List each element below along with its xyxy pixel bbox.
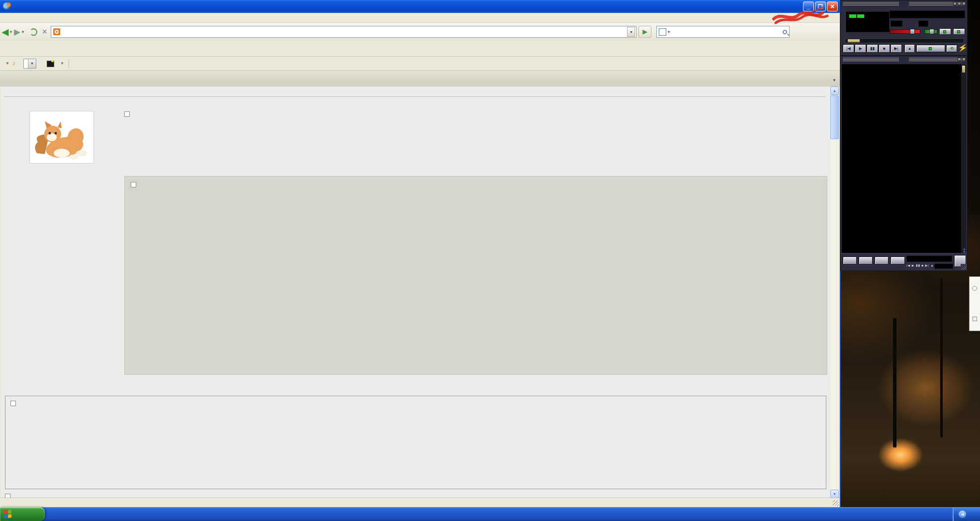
toolbar-separator bbox=[69, 59, 69, 68]
balance-slider[interactable] bbox=[924, 29, 938, 34]
search-engine-icon[interactable] bbox=[659, 28, 666, 36]
system-tray: ◀ bbox=[953, 507, 980, 521]
winamp-minimize-button[interactable] bbox=[953, 2, 957, 5]
search-input[interactable] bbox=[673, 28, 783, 36]
shuffle-button[interactable] bbox=[916, 45, 945, 52]
background-dialog-sliver bbox=[969, 276, 980, 331]
volume-slider[interactable] bbox=[890, 29, 920, 34]
post-checkbox[interactable] bbox=[10, 401, 16, 406]
balance-thumb[interactable] bbox=[929, 29, 934, 34]
lightning-bolt-logo: ⚡ bbox=[958, 43, 968, 53]
post-checkbox[interactable] bbox=[131, 182, 136, 187]
play-button[interactable]: ▶ bbox=[855, 44, 866, 53]
add-button[interactable] bbox=[843, 257, 857, 264]
hide-icons-chevron[interactable]: ◀ bbox=[959, 511, 966, 518]
scroll-up-button[interactable]: ▲ bbox=[830, 87, 839, 95]
equalizer-button[interactable] bbox=[939, 28, 951, 35]
checkbox-icon bbox=[973, 317, 977, 321]
tree-silhouette bbox=[940, 278, 943, 437]
resize-grip[interactable] bbox=[833, 500, 839, 506]
playlist-scroll-thumb[interactable] bbox=[962, 65, 966, 73]
playlist-close-button[interactable] bbox=[962, 58, 966, 61]
eject-button[interactable]: ▲ bbox=[904, 44, 915, 53]
search-history-combo[interactable]: ▼ bbox=[23, 59, 36, 69]
screen: _ ❐ ✕ ◀▼ ▶▼ × ▼ ▶ ▼ bbox=[0, 0, 980, 521]
playlist-mini-transport[interactable]: |◀ ▶ ▮▮ ■ ▶| ▲ bbox=[906, 263, 934, 267]
titlebar-ribs bbox=[909, 58, 965, 62]
titlebar-ribs bbox=[843, 2, 899, 6]
red-scribble-censor bbox=[770, 5, 834, 28]
visualizer[interactable] bbox=[846, 11, 890, 32]
playlist-scrollbar[interactable] bbox=[961, 64, 966, 253]
search-icon[interactable] bbox=[783, 30, 787, 34]
clipped-next-post bbox=[5, 492, 14, 498]
language-indicator[interactable] bbox=[970, 514, 973, 515]
url-bar: ▼ bbox=[51, 26, 636, 38]
playlist-resize-grip[interactable] bbox=[961, 264, 967, 270]
bitrate-display bbox=[891, 20, 902, 27]
pause-button[interactable]: ▮▮ bbox=[867, 44, 878, 53]
playlist-bottom-bar: |◀ ▶ ▮▮ ■ ▶| ▲ ▲▼ bbox=[841, 253, 967, 270]
piratebay-dropdown-arrow[interactable]: ▼ bbox=[5, 61, 9, 66]
firefox-window: _ ❐ ✕ ◀▼ ▶▼ × ▼ ▶ ▼ bbox=[0, 0, 841, 507]
go-button[interactable]: ▶ bbox=[638, 26, 651, 38]
url-input[interactable] bbox=[63, 28, 627, 36]
tab-list-dropdown[interactable]: ▼ bbox=[830, 75, 839, 87]
post-checkbox[interactable] bbox=[5, 494, 10, 498]
vu-blocks bbox=[849, 14, 856, 18]
combo-dropdown-button[interactable]: ▼ bbox=[28, 59, 36, 68]
reply-post bbox=[124, 176, 827, 375]
titlebar-ribs bbox=[843, 58, 899, 62]
tab-bar: ▼ bbox=[0, 71, 840, 87]
next-button[interactable]: ▶| bbox=[891, 44, 902, 53]
tree-silhouette bbox=[893, 318, 896, 447]
content-scrollbar[interactable]: ▲ ▼ bbox=[830, 87, 839, 498]
start-button[interactable] bbox=[0, 507, 45, 521]
playlist-mini-time bbox=[934, 263, 953, 269]
radio-icon bbox=[972, 286, 977, 291]
reload-button[interactable] bbox=[30, 28, 37, 36]
bookmarks-toolbar bbox=[0, 41, 840, 57]
playlist-titlebar[interactable] bbox=[841, 56, 967, 63]
reply-post bbox=[5, 396, 826, 489]
playlist-scroll-arrows[interactable]: ▲▼ bbox=[963, 248, 966, 254]
post-checkbox[interactable] bbox=[124, 111, 130, 117]
navigation-toolbar: ◀▼ ▶▼ × ▼ ▶ ▼ bbox=[0, 23, 840, 41]
winamp-titlebar[interactable] bbox=[841, 0, 967, 7]
back-button[interactable]: ◀▼ bbox=[2, 28, 13, 36]
stop-button[interactable]: × bbox=[42, 27, 47, 36]
post-header bbox=[10, 400, 821, 407]
playlist-shade-button[interactable] bbox=[958, 58, 961, 61]
rss-feed-button[interactable]: ▼ bbox=[56, 60, 65, 67]
winamp-close-button[interactable] bbox=[962, 2, 966, 5]
remove-button[interactable] bbox=[859, 257, 873, 264]
taskbar: ◀ bbox=[0, 507, 980, 521]
window-titlebar[interactable]: _ ❐ ✕ bbox=[0, 0, 840, 13]
repeat-button[interactable]: ⟲ bbox=[946, 45, 957, 52]
status-bar bbox=[0, 498, 840, 507]
winamp-shade-button[interactable] bbox=[958, 2, 961, 5]
windows-flag-icon bbox=[4, 510, 12, 519]
search-engine-dropdown[interactable]: ▼ bbox=[667, 30, 671, 34]
scroll-down-button[interactable]: ▼ bbox=[830, 490, 839, 498]
rss-icon bbox=[46, 60, 54, 68]
samplerate-display bbox=[918, 20, 928, 27]
track-title-display[interactable] bbox=[890, 10, 965, 18]
forward-button[interactable]: ▶▼ bbox=[14, 28, 25, 36]
select-button[interactable] bbox=[875, 257, 889, 264]
stop-button[interactable]: ■ bbox=[879, 44, 890, 53]
seek-thumb[interactable] bbox=[847, 39, 860, 43]
post-header bbox=[131, 180, 821, 188]
misc-button[interactable] bbox=[891, 257, 905, 264]
scrollbar-thumb[interactable] bbox=[830, 95, 839, 139]
firefox-icon bbox=[3, 2, 11, 10]
seek-bar[interactable] bbox=[845, 38, 964, 43]
post-header bbox=[124, 110, 826, 118]
music-note-icon bbox=[11, 60, 19, 68]
thread-image-thumbnail[interactable] bbox=[30, 111, 93, 163]
url-dropdown-button[interactable]: ▼ bbox=[627, 27, 635, 37]
previous-button[interactable]: |◀ bbox=[843, 44, 854, 53]
winamp-playlist-window: |◀ ▶ ▮▮ ■ ▶| ▲ ▲▼ bbox=[840, 56, 968, 271]
volume-thumb[interactable] bbox=[910, 29, 915, 34]
playlist-toggle-button[interactable] bbox=[953, 28, 965, 35]
